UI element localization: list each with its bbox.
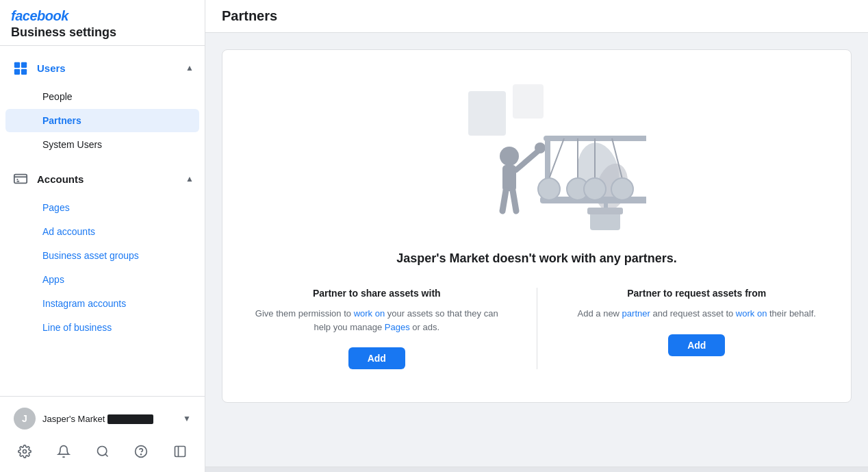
users-nav-items: People Partners System Users [0,85,205,162]
partner-col-request: Partner to request assets from Add a new… [570,288,824,369]
sidebar-item-partners[interactable]: Partners [5,109,199,132]
notifications-button[interactable] [50,438,77,465]
svg-line-32 [549,138,564,179]
main-content: Partners [205,0,868,472]
svg-point-22 [500,147,519,166]
content-area: Jasper's Market doesn't work with any pa… [205,33,868,467]
svg-point-25 [535,142,546,153]
svg-point-9 [97,447,106,456]
search-button[interactable] [89,438,116,465]
svg-rect-3 [21,69,27,75]
svg-point-38 [584,178,606,200]
facebook-logo: facebook [11,8,194,24]
account-avatar: J [14,408,36,430]
page-title: Partners [222,8,852,24]
account-name: Jasper's Market [42,414,176,424]
accounts-section-label: Accounts [37,173,84,185]
partner-request-title: Partner to request assets from [627,288,766,299]
sidebar-item-business-asset-groups[interactable]: Business asset groups [5,244,199,267]
svg-point-39 [611,178,633,200]
settings-button[interactable] [11,438,38,465]
help-button[interactable] [127,438,155,465]
account-dropdown-icon: ▼ [183,414,191,423]
accounts-chevron-icon: ▲ [186,174,194,184]
svg-line-26 [502,190,506,211]
account-id-blurred [107,414,153,424]
accounts-section-header-left: Accounts [11,169,84,188]
sidebar-item-pages[interactable]: Pages [5,196,199,219]
sidebar: facebook Business settings Users ▲ Peopl… [0,0,205,472]
partner-request-desc: Add a new partner and request asset to w… [578,307,816,321]
sidebar-nav: Users ▲ People Partners System Users [0,46,205,396]
empty-state-title: Jasper's Market doesn't work with any pa… [396,251,677,266]
sidebar-item-ad-accounts[interactable]: Ad accounts [5,220,199,243]
users-chevron-icon: ▲ [186,63,194,73]
svg-rect-15 [468,91,506,136]
partner-share-title: Partner to share assets with [313,288,441,299]
partner-col-share: Partner to share assets with Give them p… [250,288,504,369]
sidebar-item-line-of-business[interactable]: Line of business [5,316,199,339]
business-settings-title: Business settings [11,25,194,40]
empty-state-card: Jasper's Market doesn't work with any pa… [222,49,852,403]
svg-rect-2 [14,69,20,75]
svg-line-27 [513,190,516,211]
sidebar-item-system-users[interactable]: System Users [5,133,199,156]
accounts-nav-items: Pages Ad accounts Business asset groups … [0,196,205,345]
users-section-label: Users [37,62,66,74]
add-share-partner-button[interactable]: Add [348,347,405,369]
svg-line-24 [516,149,540,170]
sidebar-item-instagram-accounts[interactable]: Instagram accounts [5,292,199,315]
sidebar-toggle-button[interactable] [166,438,194,465]
sidebar-section-users[interactable]: Users ▲ [0,51,205,84]
users-icon [11,58,30,77]
accounts-icon [11,169,30,188]
sidebar-item-apps[interactable]: Apps [5,268,199,291]
page-title-bar: Partners [205,0,868,33]
svg-rect-0 [14,62,20,68]
sidebar-section-accounts[interactable]: Accounts ▲ [0,162,205,195]
sidebar-bottom: J Jasper's Market ▼ [0,396,205,472]
svg-rect-13 [175,447,186,457]
sidebar-item-people[interactable]: People [5,85,199,108]
account-switcher[interactable]: J Jasper's Market ▼ [11,402,194,435]
bottom-icons-bar [11,435,194,467]
illustration [427,77,646,235]
add-request-partner-button[interactable]: Add [668,334,725,356]
svg-line-10 [105,454,107,457]
svg-rect-1 [21,62,27,68]
section-header-left: Users [11,58,66,77]
svg-point-36 [538,178,560,200]
svg-rect-4 [14,175,27,184]
two-col-section: Partner to share assets with Give them p… [250,288,824,369]
partner-share-desc: Give them permission to work on your ass… [250,307,504,334]
svg-rect-16 [513,84,544,119]
sidebar-header: facebook Business settings [0,0,205,46]
svg-point-8 [23,450,27,454]
col-divider [537,288,537,369]
svg-rect-21 [587,208,623,214]
scrollbar-area [205,467,868,472]
